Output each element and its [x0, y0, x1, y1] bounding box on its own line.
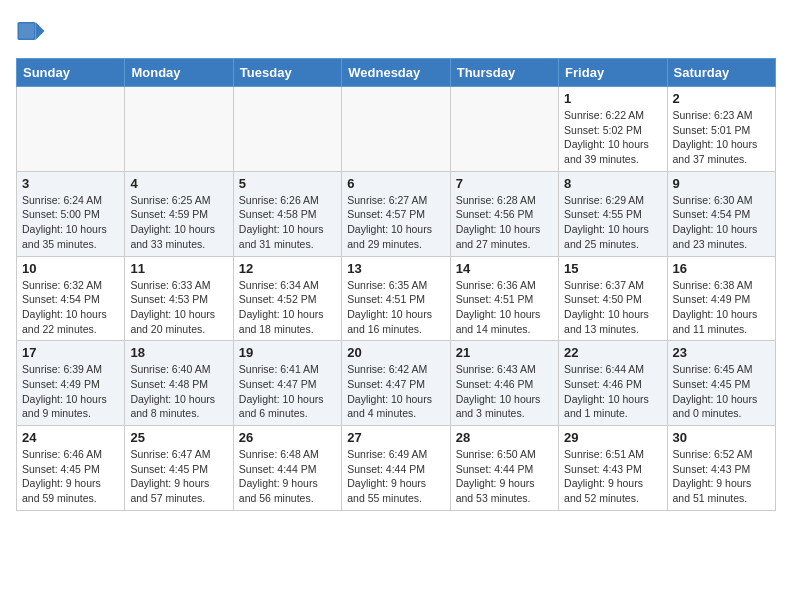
calendar-week-row: 3Sunrise: 6:24 AM Sunset: 5:00 PM Daylig…	[17, 171, 776, 256]
calendar-cell: 14Sunrise: 6:36 AM Sunset: 4:51 PM Dayli…	[450, 256, 558, 341]
day-header-monday: Monday	[125, 59, 233, 87]
day-info: Sunrise: 6:40 AM Sunset: 4:48 PM Dayligh…	[130, 362, 227, 421]
day-info: Sunrise: 6:30 AM Sunset: 4:54 PM Dayligh…	[673, 193, 770, 252]
calendar-cell: 26Sunrise: 6:48 AM Sunset: 4:44 PM Dayli…	[233, 426, 341, 511]
day-info: Sunrise: 6:34 AM Sunset: 4:52 PM Dayligh…	[239, 278, 336, 337]
day-number: 23	[673, 345, 770, 360]
day-number: 10	[22, 261, 119, 276]
calendar-cell	[233, 87, 341, 172]
day-info: Sunrise: 6:37 AM Sunset: 4:50 PM Dayligh…	[564, 278, 661, 337]
day-number: 28	[456, 430, 553, 445]
day-number: 8	[564, 176, 661, 191]
calendar-cell	[125, 87, 233, 172]
calendar-cell: 6Sunrise: 6:27 AM Sunset: 4:57 PM Daylig…	[342, 171, 450, 256]
day-number: 6	[347, 176, 444, 191]
day-info: Sunrise: 6:36 AM Sunset: 4:51 PM Dayligh…	[456, 278, 553, 337]
day-number: 18	[130, 345, 227, 360]
day-number: 20	[347, 345, 444, 360]
day-number: 7	[456, 176, 553, 191]
day-number: 14	[456, 261, 553, 276]
calendar-cell: 4Sunrise: 6:25 AM Sunset: 4:59 PM Daylig…	[125, 171, 233, 256]
calendar-cell: 16Sunrise: 6:38 AM Sunset: 4:49 PM Dayli…	[667, 256, 775, 341]
day-number: 3	[22, 176, 119, 191]
day-header-wednesday: Wednesday	[342, 59, 450, 87]
day-info: Sunrise: 6:24 AM Sunset: 5:00 PM Dayligh…	[22, 193, 119, 252]
day-info: Sunrise: 6:43 AM Sunset: 4:46 PM Dayligh…	[456, 362, 553, 421]
day-number: 29	[564, 430, 661, 445]
day-header-tuesday: Tuesday	[233, 59, 341, 87]
calendar-week-row: 17Sunrise: 6:39 AM Sunset: 4:49 PM Dayli…	[17, 341, 776, 426]
day-number: 21	[456, 345, 553, 360]
calendar-cell: 15Sunrise: 6:37 AM Sunset: 4:50 PM Dayli…	[559, 256, 667, 341]
day-number: 22	[564, 345, 661, 360]
day-info: Sunrise: 6:52 AM Sunset: 4:43 PM Dayligh…	[673, 447, 770, 506]
calendar-cell: 23Sunrise: 6:45 AM Sunset: 4:45 PM Dayli…	[667, 341, 775, 426]
calendar-cell: 19Sunrise: 6:41 AM Sunset: 4:47 PM Dayli…	[233, 341, 341, 426]
day-number: 13	[347, 261, 444, 276]
day-info: Sunrise: 6:46 AM Sunset: 4:45 PM Dayligh…	[22, 447, 119, 506]
day-number: 16	[673, 261, 770, 276]
calendar-cell	[342, 87, 450, 172]
calendar-cell: 24Sunrise: 6:46 AM Sunset: 4:45 PM Dayli…	[17, 426, 125, 511]
day-info: Sunrise: 6:33 AM Sunset: 4:53 PM Dayligh…	[130, 278, 227, 337]
day-number: 15	[564, 261, 661, 276]
calendar-cell: 11Sunrise: 6:33 AM Sunset: 4:53 PM Dayli…	[125, 256, 233, 341]
calendar-cell: 2Sunrise: 6:23 AM Sunset: 5:01 PM Daylig…	[667, 87, 775, 172]
day-number: 26	[239, 430, 336, 445]
page-header	[16, 16, 776, 46]
day-info: Sunrise: 6:39 AM Sunset: 4:49 PM Dayligh…	[22, 362, 119, 421]
calendar-cell: 21Sunrise: 6:43 AM Sunset: 4:46 PM Dayli…	[450, 341, 558, 426]
svg-rect-2	[19, 24, 34, 39]
calendar-cell: 7Sunrise: 6:28 AM Sunset: 4:56 PM Daylig…	[450, 171, 558, 256]
day-number: 25	[130, 430, 227, 445]
calendar-cell: 10Sunrise: 6:32 AM Sunset: 4:54 PM Dayli…	[17, 256, 125, 341]
day-header-thursday: Thursday	[450, 59, 558, 87]
day-number: 4	[130, 176, 227, 191]
calendar-cell: 30Sunrise: 6:52 AM Sunset: 4:43 PM Dayli…	[667, 426, 775, 511]
day-info: Sunrise: 6:45 AM Sunset: 4:45 PM Dayligh…	[673, 362, 770, 421]
calendar-cell: 12Sunrise: 6:34 AM Sunset: 4:52 PM Dayli…	[233, 256, 341, 341]
day-info: Sunrise: 6:22 AM Sunset: 5:02 PM Dayligh…	[564, 108, 661, 167]
day-header-friday: Friday	[559, 59, 667, 87]
day-number: 1	[564, 91, 661, 106]
calendar-cell: 8Sunrise: 6:29 AM Sunset: 4:55 PM Daylig…	[559, 171, 667, 256]
calendar-cell: 22Sunrise: 6:44 AM Sunset: 4:46 PM Dayli…	[559, 341, 667, 426]
day-info: Sunrise: 6:23 AM Sunset: 5:01 PM Dayligh…	[673, 108, 770, 167]
calendar-cell: 9Sunrise: 6:30 AM Sunset: 4:54 PM Daylig…	[667, 171, 775, 256]
calendar-week-row: 1Sunrise: 6:22 AM Sunset: 5:02 PM Daylig…	[17, 87, 776, 172]
calendar-cell: 17Sunrise: 6:39 AM Sunset: 4:49 PM Dayli…	[17, 341, 125, 426]
day-info: Sunrise: 6:48 AM Sunset: 4:44 PM Dayligh…	[239, 447, 336, 506]
calendar-header-row: SundayMondayTuesdayWednesdayThursdayFrid…	[17, 59, 776, 87]
svg-marker-1	[36, 22, 45, 40]
day-number: 17	[22, 345, 119, 360]
day-number: 12	[239, 261, 336, 276]
day-number: 5	[239, 176, 336, 191]
day-info: Sunrise: 6:25 AM Sunset: 4:59 PM Dayligh…	[130, 193, 227, 252]
calendar-cell: 5Sunrise: 6:26 AM Sunset: 4:58 PM Daylig…	[233, 171, 341, 256]
calendar-cell: 3Sunrise: 6:24 AM Sunset: 5:00 PM Daylig…	[17, 171, 125, 256]
calendar-cell: 28Sunrise: 6:50 AM Sunset: 4:44 PM Dayli…	[450, 426, 558, 511]
day-header-saturday: Saturday	[667, 59, 775, 87]
day-number: 9	[673, 176, 770, 191]
calendar-cell: 27Sunrise: 6:49 AM Sunset: 4:44 PM Dayli…	[342, 426, 450, 511]
day-number: 30	[673, 430, 770, 445]
calendar-cell: 25Sunrise: 6:47 AM Sunset: 4:45 PM Dayli…	[125, 426, 233, 511]
day-info: Sunrise: 6:50 AM Sunset: 4:44 PM Dayligh…	[456, 447, 553, 506]
day-info: Sunrise: 6:27 AM Sunset: 4:57 PM Dayligh…	[347, 193, 444, 252]
calendar-cell: 29Sunrise: 6:51 AM Sunset: 4:43 PM Dayli…	[559, 426, 667, 511]
calendar-cell	[450, 87, 558, 172]
day-info: Sunrise: 6:28 AM Sunset: 4:56 PM Dayligh…	[456, 193, 553, 252]
day-info: Sunrise: 6:26 AM Sunset: 4:58 PM Dayligh…	[239, 193, 336, 252]
day-info: Sunrise: 6:32 AM Sunset: 4:54 PM Dayligh…	[22, 278, 119, 337]
day-number: 19	[239, 345, 336, 360]
calendar-cell: 13Sunrise: 6:35 AM Sunset: 4:51 PM Dayli…	[342, 256, 450, 341]
day-number: 27	[347, 430, 444, 445]
day-header-sunday: Sunday	[17, 59, 125, 87]
day-info: Sunrise: 6:41 AM Sunset: 4:47 PM Dayligh…	[239, 362, 336, 421]
day-info: Sunrise: 6:38 AM Sunset: 4:49 PM Dayligh…	[673, 278, 770, 337]
logo-icon	[16, 16, 46, 46]
day-info: Sunrise: 6:49 AM Sunset: 4:44 PM Dayligh…	[347, 447, 444, 506]
day-info: Sunrise: 6:51 AM Sunset: 4:43 PM Dayligh…	[564, 447, 661, 506]
calendar-cell: 20Sunrise: 6:42 AM Sunset: 4:47 PM Dayli…	[342, 341, 450, 426]
day-info: Sunrise: 6:47 AM Sunset: 4:45 PM Dayligh…	[130, 447, 227, 506]
